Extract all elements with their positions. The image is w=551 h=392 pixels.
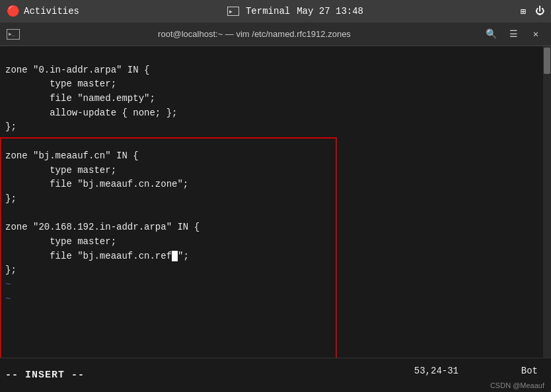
tilde-2: ~	[5, 294, 11, 304]
terminal-title-icon: ▶_	[7, 29, 20, 40]
line-15: };	[5, 265, 17, 275]
watermark: CSDN @Meaauf	[490, 381, 544, 389]
system-bar-right: ⊞ ⏻	[498, 6, 544, 17]
code-editor[interactable]: zone "0.in-addr.arpa" IN { type master; …	[0, 46, 551, 323]
terminal-content: zone "0.in-addr.arpa" IN { type master; …	[0, 46, 551, 358]
line-7: zone "bj.meaauf.cn" IN {	[5, 150, 139, 161]
line-8: type master;	[5, 165, 116, 176]
power-icon[interactable]: ⏻	[535, 6, 544, 16]
line-6	[5, 136, 11, 147]
line-11	[5, 208, 11, 218]
insert-mode-label: -- INSERT --	[5, 370, 85, 381]
system-bar: 🔴 Activities Terminal May 27 13:48 ⊞ ⏻	[0, 0, 551, 22]
tilde-1: ~	[5, 279, 11, 290]
menu-button[interactable]: ☰	[505, 26, 522, 42]
close-button[interactable]: ✕	[527, 26, 544, 42]
line-10: };	[5, 193, 17, 204]
scrollbar[interactable]	[543, 46, 551, 358]
datetime-label: May 27 13:48	[297, 6, 363, 16]
line-1: zone "0.in-addr.arpa" IN {	[5, 65, 149, 75]
terminal-window-icon	[227, 7, 239, 16]
scroll-position: Bot	[521, 366, 538, 376]
search-button[interactable]: 🔍	[482, 26, 499, 42]
line-14: file "bj.meaauf.cn.ref";	[5, 251, 189, 261]
title-bar-left: ▶_	[7, 29, 26, 40]
line-2: type master;	[5, 79, 116, 89]
line-4: allow-update { none; };	[5, 108, 177, 118]
status-line: -- INSERT --	[0, 368, 551, 382]
system-bar-center: Terminal May 27 13:48	[92, 6, 498, 16]
activities-label[interactable]: Activities	[24, 6, 79, 16]
title-bar-buttons: 🔍 ☰ ✕	[482, 26, 544, 42]
cursor	[172, 251, 178, 261]
title-bar: ▶_ root@localhost:~ — vim /etc/named.rfc…	[0, 22, 551, 46]
terminal-window: ▶_ root@localhost:~ — vim /etc/named.rfc…	[0, 22, 551, 392]
line-9: file "bj.meaauf.cn.zone";	[5, 179, 188, 189]
activities-icon: 🔴	[7, 5, 20, 18]
scrollbar-thumb[interactable]	[544, 48, 550, 74]
line-5: };	[5, 121, 17, 132]
line-12: zone "20.168.192.in-addr.arpa" IN {	[5, 222, 200, 232]
system-bar-left: 🔴 Activities	[7, 5, 92, 18]
status-bar: -- INSERT -- 53,24-31 Bot CSDN @Meaauf	[0, 358, 551, 392]
network-icon[interactable]: ⊞	[521, 6, 526, 17]
window-title: root@localhost:~ — vim /etc/named.rfc191…	[26, 29, 482, 39]
cursor-position: 53,24-31	[414, 366, 459, 376]
line-3: file "named.empty";	[5, 93, 155, 104]
terminal-label[interactable]: Terminal	[246, 6, 290, 16]
line-13: type master;	[5, 236, 116, 247]
